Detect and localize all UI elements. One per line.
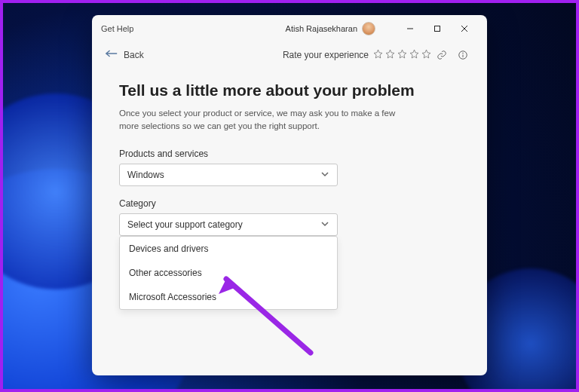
arrow-left-icon (106, 49, 118, 60)
star-icon[interactable] (409, 49, 419, 61)
chevron-down-icon (320, 170, 329, 181)
chevron-down-icon (320, 219, 329, 231)
user-account[interactable]: Atish Rajasekharan (286, 22, 375, 35)
rate-label: Rate your experience (283, 50, 369, 60)
svg-rect-1 (435, 26, 440, 32)
star-icon[interactable] (385, 49, 395, 61)
close-button[interactable] (451, 18, 478, 39)
link-icon[interactable] (431, 50, 452, 60)
back-label: Back (124, 50, 144, 60)
content-area: Tell us a little more about your problem… (92, 68, 487, 310)
app-name: Get Help (101, 24, 133, 33)
products-select-value: Windows (127, 170, 164, 180)
star-icon[interactable] (373, 49, 383, 61)
rate-experience: Rate your experience (283, 49, 431, 61)
minimize-button[interactable] (397, 18, 424, 39)
info-icon[interactable] (452, 50, 473, 60)
category-dropdown: Devices and drivers Other accessories Mi… (119, 236, 338, 310)
maximize-button[interactable] (424, 18, 451, 39)
page-subtext: Once you select your product or service,… (119, 107, 406, 132)
avatar (362, 22, 375, 35)
rating-stars[interactable] (373, 49, 431, 61)
products-select[interactable]: Windows (119, 164, 338, 186)
app-window: Get Help Atish Rajasekharan Back (92, 15, 487, 375)
star-icon[interactable] (421, 49, 431, 61)
titlebar: Get Help Atish Rajasekharan (92, 15, 487, 42)
category-select-placeholder: Select your support category (127, 219, 243, 230)
back-button[interactable]: Back (106, 49, 144, 60)
category-option[interactable]: Devices and drivers (120, 237, 337, 261)
user-name: Atish Rajasekharan (286, 24, 357, 33)
category-select[interactable]: Select your support category (119, 213, 338, 236)
svg-point-6 (463, 53, 464, 54)
category-label: Category (119, 198, 460, 209)
page-title: Tell us a little more about your problem (119, 81, 460, 100)
topbar: Back Rate your experience (92, 42, 487, 68)
products-label: Products and services (119, 149, 460, 159)
category-option[interactable]: Other accessories (120, 261, 337, 285)
star-icon[interactable] (397, 49, 407, 61)
category-option[interactable]: Microsoft Accessories (120, 285, 337, 309)
